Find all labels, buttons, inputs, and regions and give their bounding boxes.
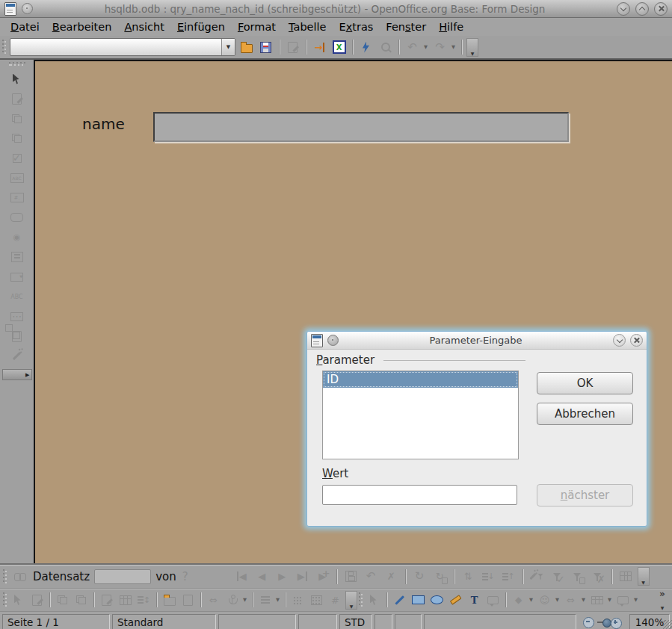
find-record-button[interactable]: [377, 39, 394, 56]
form-navigator-button[interactable]: [98, 592, 115, 609]
zoom-out-button[interactable]: [583, 617, 594, 628]
text-box-button[interactable]: ABC: [8, 170, 26, 186]
form-properties-button[interactable]: [8, 130, 26, 146]
minimize-button[interactable]: [617, 2, 630, 16]
save-record-button[interactable]: [342, 568, 360, 585]
form-based-filters-button[interactable]: [569, 568, 586, 585]
auto-filter-button[interactable]: [528, 568, 546, 585]
push-button-button[interactable]: [8, 209, 26, 226]
control-properties-button[interactable]: [54, 592, 71, 609]
redo-dropdown[interactable]: [450, 44, 457, 50]
toolbar-grip[interactable]: [2, 40, 7, 55]
new-record-button[interactable]: [314, 568, 331, 585]
formatted-field-button[interactable]: #.: [8, 190, 26, 206]
freeform-line-button[interactable]: [447, 592, 464, 609]
wizards-button[interactable]: [8, 348, 26, 365]
zoom-slider-track[interactable]: [597, 622, 608, 623]
block-arrows-button[interactable]: [562, 592, 579, 609]
undo-data-entry-button[interactable]: [363, 568, 380, 585]
rectangle-tool-button[interactable]: [410, 592, 427, 609]
form-name-label[interactable]: name: [82, 115, 125, 133]
callouts-button[interactable]: [614, 592, 632, 609]
refresh-button[interactable]: [357, 39, 374, 56]
sort-descending-button[interactable]: [500, 568, 517, 585]
basic-shapes-button[interactable]: [510, 592, 527, 609]
resize-grip[interactable]: [663, 620, 672, 629]
ok-button[interactable]: OK: [537, 372, 633, 394]
option-button-button[interactable]: [8, 229, 26, 246]
add-field-button[interactable]: [161, 592, 178, 609]
parameter-list[interactable]: ID: [322, 371, 519, 459]
dialog-close-button[interactable]: [630, 334, 643, 347]
menu-hilfe[interactable]: Hilfe: [433, 19, 469, 34]
ellipse-tool-button[interactable]: [428, 592, 446, 609]
symbol-shapes-button[interactable]: [536, 592, 553, 609]
line-tool-button[interactable]: [391, 592, 408, 609]
basic-shapes-dropdown[interactable]: [528, 597, 534, 603]
toolbar-overflow-button[interactable]: [466, 38, 478, 57]
remove-filter-button[interactable]: [589, 568, 606, 585]
anchor-dropdown[interactable]: [241, 597, 248, 603]
menu-einfuegen[interactable]: Einfügen: [171, 19, 231, 34]
cancel-button[interactable]: X: [330, 39, 348, 56]
list-box-button[interactable]: [8, 249, 26, 265]
symbol-shapes-dropdown[interactable]: [554, 597, 561, 603]
menu-fenster[interactable]: Fenster: [380, 19, 432, 34]
anchor-button[interactable]: [224, 592, 241, 609]
undo-dropdown[interactable]: [422, 44, 429, 50]
form-design-button[interactable]: [8, 328, 26, 344]
label-field-button[interactable]: ABC: [8, 288, 26, 305]
toolbar-overflow-button[interactable]: [345, 591, 357, 610]
last-record-button[interactable]: [294, 568, 311, 585]
close-button[interactable]: [654, 2, 668, 16]
alignment-button[interactable]: [256, 592, 274, 609]
list-item-selected[interactable]: ID: [323, 371, 518, 388]
toolbar-scroll-button[interactable]: [2, 369, 32, 380]
form-canvas[interactable]: name Parameter-Eingabe Parameter ID: [34, 60, 672, 563]
undo-button[interactable]: [404, 39, 421, 56]
save-button[interactable]: [257, 39, 274, 56]
refresh-button[interactable]: [411, 568, 428, 585]
previous-record-button[interactable]: [253, 568, 271, 585]
maximize-button[interactable]: [635, 2, 649, 16]
refresh-control-button[interactable]: [431, 568, 448, 585]
page-style-cell[interactable]: Standard: [112, 614, 216, 629]
next-button[interactable]: nächster: [537, 484, 633, 506]
load-url-dropdown-button[interactable]: [221, 39, 235, 55]
open-button[interactable]: [238, 39, 255, 56]
dialog-shade-button[interactable]: [613, 334, 626, 347]
combo-box-button[interactable]: [8, 269, 26, 285]
edit-file-button[interactable]: [284, 39, 301, 56]
snap-to-grid-button[interactable]: [308, 592, 325, 609]
menu-datei[interactable]: Datei: [4, 19, 46, 34]
load-url-input[interactable]: [10, 39, 221, 55]
alignment-dropdown[interactable]: [274, 597, 281, 603]
toolbar-grip[interactable]: [359, 592, 364, 607]
design-mode-button[interactable]: [28, 592, 46, 609]
toolbar-more-button[interactable]: [656, 589, 669, 611]
apply-filter-button[interactable]: [549, 568, 566, 585]
display-grid-button[interactable]: [289, 592, 306, 609]
text-tool-button[interactable]: [466, 592, 483, 609]
toolbar-grip[interactable]: [3, 592, 8, 607]
toolbar-grip[interactable]: [9, 62, 25, 67]
menu-extras[interactable]: Extras: [333, 19, 380, 34]
find-record-button[interactable]: [11, 568, 28, 585]
activation-order-button[interactable]: [135, 592, 152, 609]
check-box-button[interactable]: [8, 150, 26, 167]
select-button[interactable]: [10, 592, 27, 609]
table-control-button[interactable]: [117, 592, 134, 609]
sort-button[interactable]: [460, 568, 477, 585]
first-record-button[interactable]: [233, 568, 250, 585]
zoom-in-button[interactable]: [611, 618, 622, 629]
window-menu-button[interactable]: [22, 3, 33, 14]
callout-tool-button[interactable]: [484, 592, 502, 609]
delete-record-button[interactable]: [383, 568, 400, 585]
sort-ascending-button[interactable]: [480, 568, 497, 585]
guides-when-moving-button[interactable]: [327, 592, 344, 609]
draw-select-button[interactable]: [366, 592, 383, 609]
menu-format[interactable]: Format: [232, 19, 282, 34]
callouts-dropdown[interactable]: [632, 597, 639, 603]
absolute-record-input[interactable]: [94, 569, 151, 584]
redo-button[interactable]: [431, 39, 448, 56]
